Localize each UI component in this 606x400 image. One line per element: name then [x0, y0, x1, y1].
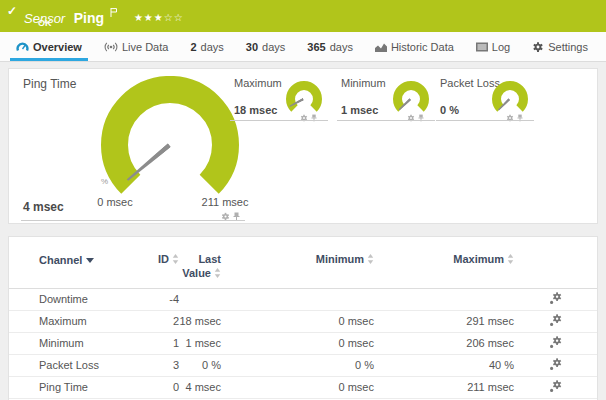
channel-name: Downtime [9, 288, 139, 310]
flag-icon [110, 3, 117, 21]
status-badge: OK [38, 18, 52, 28]
tab-label: Log [492, 41, 510, 53]
sort-caret-icon [86, 253, 94, 267]
stars-empty: ☆☆ [164, 12, 184, 23]
mini-gauge-title: Minimum [341, 77, 386, 89]
chart-icon [375, 42, 387, 52]
gauge-settings-gear-icon[interactable] [506, 108, 514, 126]
table-row-minimum[interactable]: Minimum 1 1 msec 0 msec 206 msec [9, 332, 597, 354]
maximum-value: 211 msec [374, 376, 514, 398]
column-header-actions [514, 237, 597, 288]
stars-filled: ★★★ [134, 12, 164, 23]
maximum-value: 291 msec [374, 310, 514, 332]
sensor-status-header: ✓ Sensor Ping ★★★☆☆ OK [0, 0, 606, 32]
gauge-settings-gear-icon[interactable] [300, 108, 308, 126]
column-label: Maximum [453, 253, 504, 265]
channel-id: 2 [139, 310, 179, 332]
channel-settings-icon[interactable] [549, 339, 562, 351]
column-header-id[interactable]: ID [139, 237, 179, 288]
tab-label: Settings [548, 41, 588, 53]
tab-bar: Overview Live Data 2 days 30 days 365 da… [0, 32, 606, 62]
pin-icon[interactable] [517, 108, 523, 126]
gauge-settings-gear-icon[interactable] [407, 108, 415, 126]
live-data-icon [104, 42, 118, 52]
last-value: 1 msec [179, 332, 221, 354]
channel-id: 0 [139, 376, 179, 398]
tab-30-days[interactable]: 30 days [240, 32, 292, 61]
maximum-value: 40 % [374, 354, 514, 376]
mini-gauge-title: Maximum [234, 77, 282, 89]
last-value: 18 msec [179, 310, 221, 332]
gauges-panel: Ping Time % 0 msec 211 msec 4 msec Maxim… [8, 68, 598, 224]
sort-icon [367, 254, 374, 266]
pin-icon[interactable] [311, 108, 317, 126]
column-label: ID [158, 253, 169, 265]
main-gauge-title: Ping Time [23, 77, 76, 91]
log-icon [476, 42, 488, 52]
mini-gauge-packet-loss: Packet Loss 0 % [436, 77, 536, 125]
priority-stars[interactable]: ★★★☆☆ [134, 12, 184, 23]
pin-icon[interactable] [418, 108, 424, 126]
table-row-packet-loss[interactable]: Packet Loss 3 0 % 0 % 40 % [9, 354, 597, 376]
tab-label: Live Data [122, 41, 168, 53]
divider [230, 120, 328, 121]
tab-number: 2 [190, 41, 196, 53]
main-gauge-value: 4 msec [23, 200, 64, 214]
channel-id: 3 [139, 354, 179, 376]
divider [337, 120, 435, 121]
channel-settings-icon[interactable] [549, 317, 562, 329]
gauge-settings-gear-icon[interactable] [221, 207, 230, 225]
minimum-value: 0 % [221, 354, 374, 376]
table-row-maximum[interactable]: Maximum 2 18 msec 0 msec 291 msec [9, 310, 597, 332]
sort-icon [507, 254, 514, 266]
column-header-last-value[interactable]: Last Value [179, 237, 221, 288]
divider [21, 220, 245, 221]
table-row-downtime[interactable]: Downtime -4 [9, 288, 597, 310]
minimum-value: 0 msec [221, 376, 374, 398]
tab-label: days [330, 41, 353, 53]
pin-icon[interactable] [233, 207, 240, 225]
tab-365-days[interactable]: 365 days [301, 32, 359, 61]
column-label: Channel [39, 254, 82, 266]
tab-number: 365 [307, 41, 325, 53]
column-label: Minimum [316, 253, 364, 265]
tab-historic-data[interactable]: Historic Data [369, 32, 460, 61]
tab-settings[interactable]: Settings [526, 32, 594, 61]
gauge-min-label: 0 msec [85, 196, 145, 208]
column-header-maximum[interactable]: Maximum [374, 237, 514, 288]
column-header-channel[interactable]: Channel [9, 237, 139, 288]
tab-log[interactable]: Log [470, 32, 516, 61]
tab-live-data[interactable]: Live Data [98, 32, 174, 61]
channel-settings-icon[interactable] [549, 383, 562, 395]
channel-name: Packet Loss [9, 354, 139, 376]
divider [436, 120, 534, 121]
gauge-icon [16, 41, 29, 52]
channel-id: 1 [139, 332, 179, 354]
channel-name: Minimum [9, 332, 139, 354]
channel-name: Maximum [9, 310, 139, 332]
sort-icon [172, 254, 179, 266]
channel-name: Ping Time [9, 376, 139, 398]
mini-gauge-maximum: Maximum 18 msec [230, 77, 330, 125]
minimum-value [221, 288, 374, 310]
gauge-scale-marker-icon: % [101, 177, 108, 186]
maximum-value: 206 msec [374, 332, 514, 354]
tab-overview[interactable]: Overview [10, 32, 88, 61]
tab-label: Overview [33, 41, 82, 53]
ok-checkmark-icon: ✓ [7, 4, 17, 18]
mini-gauge-minimum: Minimum 1 msec [337, 77, 437, 125]
last-value: 0 % [179, 354, 221, 376]
tab-2-days[interactable]: 2 days [184, 32, 229, 61]
tab-label: days [262, 41, 285, 53]
maximum-value [374, 288, 514, 310]
table-row-ping-time[interactable]: Ping Time 0 4 msec 0 msec 211 msec [9, 376, 597, 398]
tab-number: 30 [246, 41, 258, 53]
channel-settings-icon[interactable] [549, 361, 562, 373]
tab-label: days [201, 41, 224, 53]
sort-icon [214, 268, 221, 280]
column-header-minimum[interactable]: Minimum [221, 237, 374, 288]
mini-gauge-value: 0 % [440, 104, 459, 116]
minimum-value: 0 msec [221, 310, 374, 332]
channel-settings-icon[interactable] [549, 295, 562, 307]
gear-icon [532, 41, 544, 53]
